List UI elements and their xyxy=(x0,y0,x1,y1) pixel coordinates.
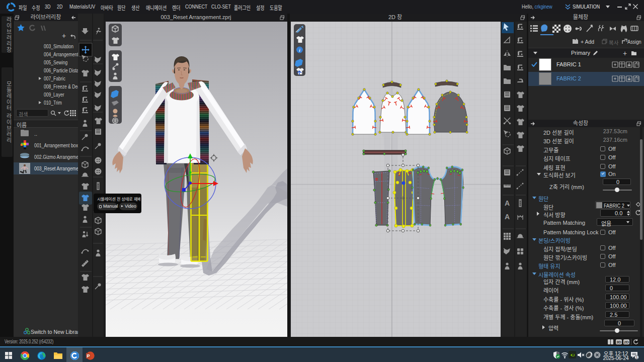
svg-text:3D: 3D xyxy=(616,340,621,344)
svg-text:2D: 2D xyxy=(624,340,629,344)
svg-text:1: 1 xyxy=(635,355,637,359)
svg-text:P: P xyxy=(87,353,90,358)
